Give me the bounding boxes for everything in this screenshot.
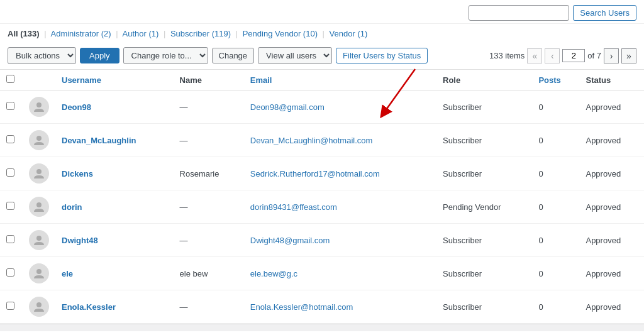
last-page-button[interactable]: » — [621, 48, 636, 63]
username-link[interactable]: Enola.Kessler — [62, 302, 116, 312]
row-checkbox[interactable] — [6, 135, 14, 143]
row-checkbox[interactable] — [6, 268, 14, 277]
row-avatar-cell — [23, 157, 55, 190]
username-link[interactable]: Devan_McLaughlin — [62, 136, 136, 145]
row-role: Subscriber — [436, 290, 532, 324]
status-link-author[interactable]: Author (1) — [123, 29, 159, 38]
first-page-button[interactable]: « — [527, 48, 542, 63]
avatar — [29, 130, 49, 150]
row-email: ele.bew@g.c — [244, 257, 436, 290]
row-checkbox-cell — [0, 124, 23, 157]
filter-by-status-button[interactable]: Filter Users by Status — [336, 48, 428, 63]
svg-point-6 — [36, 302, 42, 307]
row-posts: 0 — [532, 124, 579, 157]
col-header-username[interactable]: Username — [55, 70, 174, 91]
row-checkbox-cell — [0, 157, 23, 190]
row-checkbox[interactable] — [6, 235, 14, 243]
row-status: Approved — [579, 257, 644, 290]
row-checkbox-cell — [0, 257, 23, 290]
status-link-pending-vendor[interactable]: Pending Vendor (10) — [243, 29, 318, 38]
status-link-administrator[interactable]: Administrator (2) — [51, 29, 111, 38]
search-area: Search Users — [469, 5, 636, 21]
row-avatar-cell — [23, 190, 55, 224]
search-input[interactable] — [469, 5, 569, 21]
select-all-checkbox[interactable] — [6, 75, 14, 83]
bulk-actions-select[interactable]: Bulk actions — [8, 47, 76, 64]
change-role-select[interactable]: Change role to... — [123, 47, 208, 64]
email-link[interactable]: Dwight48@gmail.com — [250, 236, 330, 245]
row-checkbox[interactable] — [6, 168, 14, 177]
table-row: Devan_McLaughlin — Devan_McLaughlin@hotm… — [0, 124, 644, 157]
prev-page-button[interactable]: ‹ — [545, 48, 560, 63]
row-username: Dwight48 — [55, 224, 174, 257]
row-email: dorin89431@ffeast.com — [244, 190, 436, 224]
avatar — [29, 97, 49, 117]
avatar — [29, 297, 49, 317]
status-link-vendor[interactable]: Vendor (1) — [330, 29, 368, 38]
row-status: Approved — [579, 290, 644, 324]
username-link[interactable]: dorin — [62, 202, 82, 212]
row-posts: 0 — [532, 224, 579, 257]
row-role: Subscriber — [436, 91, 532, 124]
row-avatar-cell — [23, 224, 55, 257]
row-username: Devan_McLaughlin — [55, 124, 174, 157]
row-name: — — [174, 224, 244, 257]
avatar — [29, 230, 49, 250]
total-items: 133 items — [489, 51, 525, 60]
username-link[interactable]: ele — [62, 269, 73, 278]
row-status: Approved — [579, 157, 644, 190]
row-email: Devan_McLaughlin@hotmail.com — [244, 124, 436, 157]
row-email: Sedrick.Rutherford17@hotmail.com — [244, 157, 436, 190]
table-row: dorin — dorin89431@ffeast.com Pending Ve… — [0, 190, 644, 224]
row-username: dorin — [55, 190, 174, 224]
svg-point-0 — [36, 102, 42, 107]
row-checkbox[interactable] — [6, 202, 14, 210]
col-header-status: Status — [579, 70, 644, 91]
row-role: Subscriber — [436, 157, 532, 190]
status-links: All (133) | Administrator (2) | Author (… — [0, 24, 644, 42]
row-name: — — [174, 124, 244, 157]
username-link[interactable]: Dickens — [62, 169, 93, 178]
row-status: Approved — [579, 224, 644, 257]
col-header-name: Name — [174, 70, 244, 91]
col-header-posts[interactable]: Posts — [532, 70, 579, 91]
filter-left: Bulk actions Apply Change role to... Cha… — [8, 47, 428, 64]
apply-button[interactable]: Apply — [80, 48, 119, 63]
email-link[interactable]: dorin89431@ffeast.com — [250, 202, 337, 212]
row-role: Subscriber — [436, 257, 532, 290]
row-email: Enola.Kessler@hotmail.com — [244, 290, 436, 324]
table-row: Enola.Kessler — Enola.Kessler@hotmail.co… — [0, 290, 644, 324]
row-checkbox-cell — [0, 91, 23, 124]
avatar — [29, 163, 49, 184]
status-link-all[interactable]: All (133) — [8, 29, 42, 38]
row-avatar-cell — [23, 257, 55, 290]
row-checkbox-cell — [0, 224, 23, 257]
row-checkbox[interactable] — [6, 102, 14, 110]
row-email: Deon98@gmail.com — [244, 91, 436, 124]
email-link[interactable]: Enola.Kessler@hotmail.com — [250, 302, 353, 312]
change-button[interactable]: Change — [212, 48, 255, 63]
col-header-email[interactable]: Email — [244, 70, 436, 91]
row-role: Pending Vendor — [436, 190, 532, 224]
email-link[interactable]: ele.bew@g.c — [250, 269, 297, 278]
current-page-input[interactable] — [562, 49, 585, 62]
view-all-select[interactable]: View all users — [258, 47, 332, 64]
username-link[interactable]: Deon98 — [62, 102, 91, 112]
table-row: ele ele bew ele.bew@g.c Subscriber 0 App… — [0, 257, 644, 290]
next-page-button[interactable]: › — [604, 48, 619, 63]
filter-bar: Bulk actions Apply Change role to... Cha… — [0, 42, 644, 70]
row-checkbox[interactable] — [6, 302, 14, 310]
row-role: Subscriber — [436, 224, 532, 257]
search-users-button[interactable]: Search Users — [573, 5, 636, 21]
email-link[interactable]: Sedrick.Rutherford17@hotmail.com — [250, 169, 380, 178]
avatar — [29, 197, 49, 217]
status-link-subscriber[interactable]: Subscriber (119) — [170, 29, 231, 38]
horizontal-scrollbar[interactable] — [0, 324, 644, 331]
row-posts: 0 — [532, 257, 579, 290]
username-link[interactable]: Dwight48 — [62, 236, 98, 245]
pagination: 133 items « ‹ of 7 › » — [489, 48, 636, 63]
email-link[interactable]: Devan_McLaughlin@hotmail.com — [250, 136, 373, 145]
svg-point-1 — [36, 136, 42, 141]
email-link[interactable]: Deon98@gmail.com — [250, 102, 325, 112]
svg-point-3 — [36, 202, 42, 207]
